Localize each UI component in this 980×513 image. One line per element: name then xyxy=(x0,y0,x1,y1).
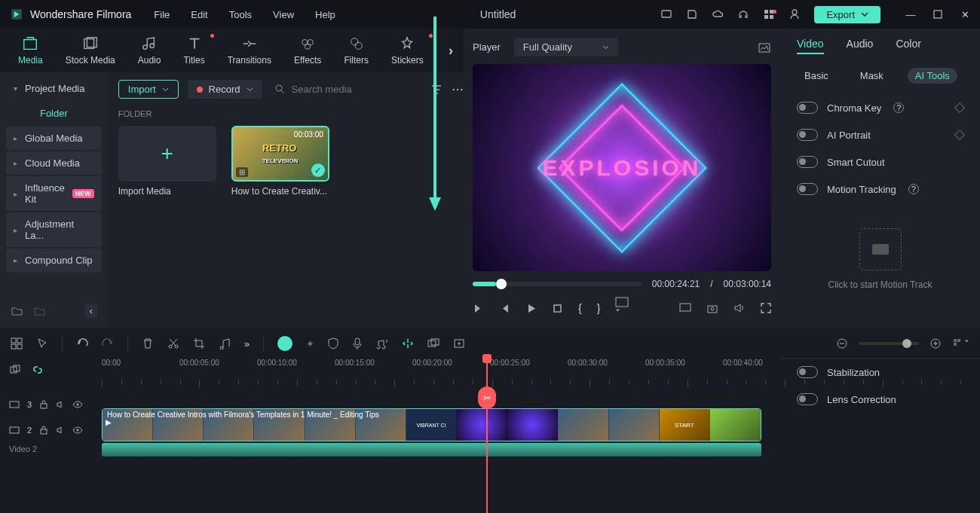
tab-media[interactable]: Media xyxy=(11,32,51,69)
marker-split-icon[interactable] xyxy=(402,337,414,350)
minimize-icon[interactable]: — xyxy=(905,8,917,20)
lock-icon[interactable] xyxy=(39,400,48,409)
sidebar-cloud-media[interactable]: ▸Cloud Media xyxy=(6,151,102,175)
rtab-color[interactable]: Color xyxy=(896,38,920,54)
search-box[interactable] xyxy=(271,81,421,98)
menu-file[interactable]: File xyxy=(154,9,170,20)
scissors-icon[interactable]: ✂ xyxy=(478,386,496,409)
export-button[interactable]: Export xyxy=(814,6,880,23)
sidebar-project-media[interactable]: ▾Project Media xyxy=(6,77,102,100)
link-icon[interactable] xyxy=(32,364,44,376)
more-icon[interactable]: ⋯ xyxy=(452,82,464,96)
mute-icon[interactable] xyxy=(56,400,65,409)
quality-select[interactable]: Full Quality xyxy=(514,38,618,56)
group-icon[interactable] xyxy=(427,338,439,349)
help-icon[interactable]: ? xyxy=(908,184,919,194)
apps-icon[interactable] xyxy=(763,8,775,20)
grid-icon[interactable] xyxy=(11,337,23,350)
subtab-mask[interactable]: Mask xyxy=(853,68,891,84)
smart-cutout-toggle[interactable] xyxy=(797,156,818,168)
timeline-view-icon[interactable]: ˅ xyxy=(952,337,969,350)
audio-clip[interactable] xyxy=(102,443,761,457)
tab-stickers[interactable]: Stickers xyxy=(384,32,431,69)
tab-audio[interactable]: Audio xyxy=(130,32,169,69)
sidebar-folder[interactable]: Folder xyxy=(6,102,102,125)
fullscreen-icon[interactable] xyxy=(761,303,771,313)
menu-view[interactable]: View xyxy=(273,9,294,20)
ratio-icon[interactable]: ˅ xyxy=(615,297,629,319)
zoom-out-icon[interactable] xyxy=(836,337,848,350)
zoom-in-icon[interactable] xyxy=(929,337,942,350)
sidebar-collapse-icon[interactable]: ‹ xyxy=(84,304,96,318)
sidebar-adjustment-layer[interactable]: ▸Adjustment La... xyxy=(6,212,102,247)
play-icon[interactable] xyxy=(525,303,537,314)
audio-sync-icon[interactable] xyxy=(376,337,388,350)
eye-icon[interactable] xyxy=(72,401,83,408)
delete-icon[interactable] xyxy=(142,337,154,350)
scrubber[interactable] xyxy=(473,282,642,286)
display-icon[interactable] xyxy=(679,303,691,313)
chroma-key-toggle[interactable] xyxy=(797,102,818,114)
help-icon[interactable]: ? xyxy=(893,102,904,113)
more-tools-icon[interactable]: » xyxy=(244,338,250,350)
motion-tracking-toggle[interactable] xyxy=(797,183,818,195)
search-input[interactable] xyxy=(292,84,418,95)
folder-icon[interactable] xyxy=(33,305,45,317)
mark-out-icon[interactable]: } xyxy=(597,302,601,314)
media-clip-tile[interactable]: RETROTELEVISION 00:03:00 ⊞ ✓ How to Crea… xyxy=(231,126,329,197)
account-icon[interactable] xyxy=(789,8,801,20)
tab-transitions[interactable]: Transitions xyxy=(220,32,279,69)
subtab-ai-tools[interactable]: AI Tools xyxy=(908,68,957,84)
menu-tools[interactable]: Tools xyxy=(229,9,252,20)
time-ruler[interactable]: 00:00 00:00:05:00 00:00:10:00 00:00:15:0… xyxy=(102,359,980,387)
tab-titles[interactable]: Titles xyxy=(176,32,212,69)
timeline-tracks[interactable]: ▶ How to Create Creative Intros with Fil… xyxy=(102,387,980,513)
tab-effects[interactable]: Effects xyxy=(286,32,329,69)
crop-icon[interactable] xyxy=(193,337,205,350)
zoom-slider[interactable] xyxy=(859,342,919,345)
sidebar-global-media[interactable]: ▸Global Media xyxy=(6,127,102,150)
cloud-icon[interactable] xyxy=(712,8,724,20)
menu-edit[interactable]: Edit xyxy=(191,9,207,20)
maximize-icon[interactable] xyxy=(932,8,944,20)
add-marker-icon[interactable] xyxy=(453,338,465,349)
subtab-basic[interactable]: Basic xyxy=(797,68,836,84)
import-media-tile[interactable]: + Import Media xyxy=(118,126,216,197)
nest-icon[interactable] xyxy=(9,364,21,376)
tab-filters[interactable]: Filters xyxy=(336,32,376,69)
shield-icon[interactable] xyxy=(328,337,338,350)
preview-screen[interactable]: EXPLOSION xyxy=(473,64,771,271)
new-folder-icon[interactable] xyxy=(11,305,23,317)
stop-icon[interactable] xyxy=(552,303,563,314)
motion-track-cta[interactable]: Click to start Motion Track xyxy=(780,206,980,313)
speed-icon[interactable] xyxy=(219,337,231,350)
device-icon[interactable] xyxy=(660,8,672,20)
lock-icon[interactable] xyxy=(39,426,48,435)
rtab-audio[interactable]: Audio xyxy=(847,38,874,54)
import-button[interactable]: Import xyxy=(118,80,179,99)
undo-icon[interactable] xyxy=(76,337,88,350)
cursor-icon[interactable] xyxy=(36,337,48,350)
tab-stock-media[interactable]: Stock Media xyxy=(58,32,123,69)
next-frame-icon[interactable] xyxy=(499,303,510,314)
record-button[interactable]: Record xyxy=(188,80,262,99)
eye-icon[interactable] xyxy=(72,426,83,434)
redo-icon[interactable] xyxy=(102,337,114,350)
keyframe-icon[interactable] xyxy=(954,130,965,140)
ai-portrait-toggle[interactable] xyxy=(797,129,818,141)
chroma-icon[interactable] xyxy=(277,336,292,351)
close-icon[interactable]: ✕ xyxy=(959,8,971,20)
snapshot-icon[interactable] xyxy=(758,41,771,54)
playhead[interactable]: ✂ xyxy=(486,359,488,513)
rtab-video[interactable]: Video xyxy=(797,38,824,54)
save-icon[interactable] xyxy=(686,8,698,20)
video-clip[interactable]: ▶ How to Create Creative Intros with Fil… xyxy=(102,408,761,441)
headphones-icon[interactable] xyxy=(737,8,749,20)
mic-icon[interactable] xyxy=(352,337,363,350)
sparkle-icon[interactable]: ✦ xyxy=(306,338,314,350)
prev-frame-icon[interactable] xyxy=(473,303,484,314)
mark-in-icon[interactable]: { xyxy=(578,302,582,314)
keyframe-icon[interactable] xyxy=(954,102,965,113)
sidebar-compound-clip[interactable]: ▸Compound Clip xyxy=(6,249,102,272)
menu-help[interactable]: Help xyxy=(315,9,335,20)
